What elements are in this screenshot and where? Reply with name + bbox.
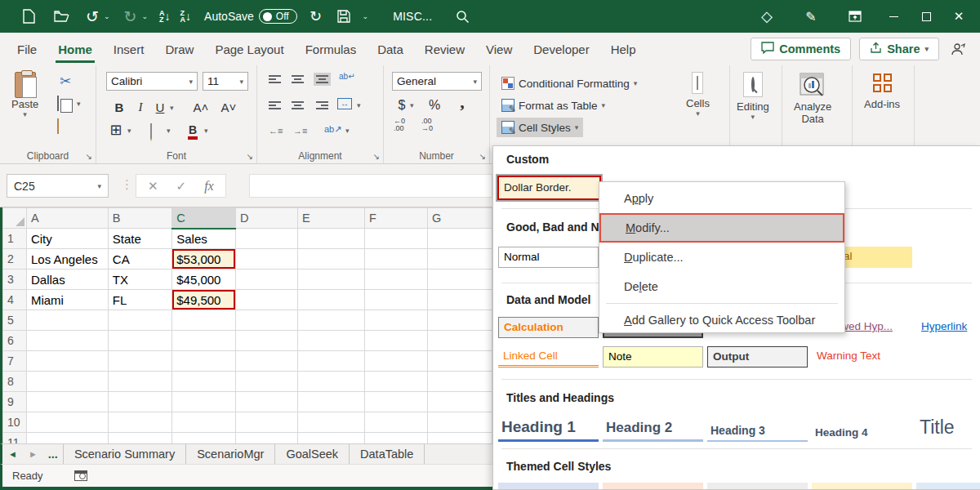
- font-dialog-launcher-icon[interactable]: ↘: [247, 152, 253, 161]
- merge-center-icon[interactable]: ↔: [337, 98, 352, 109]
- decrease-decimal-icon[interactable]: .00→0: [421, 118, 433, 132]
- shrink-font-button[interactable]: A˅: [220, 98, 237, 116]
- maximize-button[interactable]: [910, 0, 942, 33]
- style-linked-cell[interactable]: Linked Cell: [498, 346, 599, 368]
- worksheet-grid[interactable]: A B C D E F G 1 City State Sales 2 Los A…: [0, 207, 492, 443]
- style-calculation[interactable]: Calculation: [498, 317, 599, 338]
- style-warning-text[interactable]: Warning Text: [812, 346, 912, 368]
- style-heading-3[interactable]: Heading 3: [707, 424, 808, 442]
- number-dialog-launcher-icon[interactable]: ↘: [479, 152, 486, 161]
- decrease-indent-icon[interactable]: ←≡: [269, 126, 282, 136]
- column-header-a[interactable]: A: [26, 208, 108, 229]
- new-file-icon[interactable]: [18, 5, 39, 28]
- sheet-tab-scenariomgr[interactable]: ScenarioMgr: [185, 444, 274, 465]
- style-heading-4[interactable]: Heading 4: [812, 426, 912, 442]
- sheet-next-icon[interactable]: ►: [29, 449, 38, 459]
- comments-button[interactable]: Comments: [751, 38, 851, 60]
- row-header[interactable]: 2: [3, 249, 27, 270]
- row-header[interactable]: 9: [3, 392, 27, 412]
- borders-button[interactable]: ⊞: [108, 121, 124, 139]
- style-note[interactable]: Note: [603, 346, 703, 368]
- select-all-corner[interactable]: [3, 208, 27, 229]
- macro-record-icon[interactable]: [74, 470, 87, 481]
- cells-button[interactable]: Cells ▾: [686, 72, 710, 118]
- formula-bar-grip-icon[interactable]: ⋮: [121, 177, 133, 192]
- orientation-icon[interactable]: ab↗: [324, 124, 341, 135]
- row-header[interactable]: 5: [3, 310, 27, 331]
- open-folder-icon[interactable]: [51, 5, 72, 28]
- menu-item-add-gallery-to-qat[interactable]: Add Gallery to Quick Access Toolbar: [599, 305, 844, 335]
- menu-item-delete[interactable]: Delete: [599, 272, 844, 301]
- row-header[interactable]: 3: [3, 270, 27, 290]
- column-header-g[interactable]: G: [427, 208, 492, 229]
- cell-b4[interactable]: FL: [108, 290, 172, 310]
- cell-c4[interactable]: $49,500: [172, 290, 236, 310]
- cell-a3[interactable]: Dallas: [26, 270, 108, 290]
- cell-a4[interactable]: Miami: [26, 290, 108, 310]
- cell-c1[interactable]: Sales: [172, 229, 236, 249]
- underline-button[interactable]: U: [152, 98, 168, 116]
- feedback-pen-icon[interactable]: ✎: [800, 5, 822, 28]
- style-heading-2[interactable]: Heading 2: [603, 420, 703, 442]
- format-painter-icon[interactable]: [57, 119, 59, 134]
- cell-styles-button[interactable]: Cell Styles▾: [497, 118, 583, 137]
- format-as-table-button[interactable]: Format as Table▾: [497, 96, 610, 115]
- cell-a1[interactable]: City: [26, 229, 108, 249]
- tab-help[interactable]: Help: [600, 33, 647, 65]
- alignment-dialog-launcher-icon[interactable]: ↘: [373, 152, 380, 161]
- cell-c3[interactable]: $45,000: [172, 270, 236, 290]
- sort-az-icon[interactable]: AZ↓: [159, 10, 171, 23]
- style-hyperlink[interactable]: Hyperlink: [916, 317, 980, 338]
- undo-dropdown-icon[interactable]: ⌄: [104, 12, 110, 20]
- sheet-tab-goalseek[interactable]: GoalSeek: [274, 444, 349, 465]
- editing-button[interactable]: Editing ▾: [737, 72, 769, 121]
- align-top-icon[interactable]: [269, 75, 281, 83]
- tab-formulas[interactable]: Formulas: [295, 33, 368, 65]
- minimize-button[interactable]: [877, 0, 910, 33]
- name-box[interactable]: C25▾: [7, 174, 109, 198]
- share-button[interactable]: Share▾: [859, 38, 939, 60]
- tab-view[interactable]: View: [475, 33, 523, 65]
- align-center-icon[interactable]: [292, 101, 304, 109]
- style-accent5-20[interactable]: [916, 483, 980, 490]
- column-header-b[interactable]: B: [108, 208, 172, 229]
- clipboard-dialog-launcher-icon[interactable]: ↘: [86, 152, 92, 161]
- align-bottom-icon[interactable]: [316, 75, 328, 83]
- increase-indent-icon[interactable]: →≡: [293, 126, 306, 136]
- font-size-select[interactable]: 11▾: [203, 72, 248, 91]
- formula-input[interactable]: [249, 174, 492, 198]
- tab-file[interactable]: File: [7, 33, 47, 65]
- wrap-text-icon[interactable]: ab↵: [339, 72, 355, 81]
- tab-review[interactable]: Review: [414, 33, 475, 65]
- search-icon[interactable]: [452, 5, 473, 28]
- row-header[interactable]: 4: [3, 290, 27, 310]
- style-output[interactable]: Output: [707, 346, 808, 368]
- style-normal[interactable]: Normal: [498, 247, 599, 268]
- increase-decimal-icon[interactable]: ←0.00: [394, 118, 405, 132]
- align-left-icon[interactable]: [269, 101, 281, 109]
- column-header-c[interactable]: C: [172, 208, 236, 229]
- row-header[interactable]: 6: [3, 331, 27, 351]
- align-right-icon[interactable]: [316, 101, 328, 109]
- row-header[interactable]: 10: [3, 412, 27, 433]
- tab-insert[interactable]: Insert: [103, 33, 155, 65]
- style-heading-1[interactable]: Heading 1: [498, 418, 599, 442]
- font-color-button[interactable]: B: [188, 122, 198, 137]
- sheet-overflow-icon[interactable]: ...: [48, 448, 58, 461]
- percent-format-button[interactable]: %: [426, 96, 443, 114]
- sort-za-icon[interactable]: ZA↓: [180, 10, 192, 23]
- cell-c2[interactable]: $53,000: [172, 249, 236, 270]
- style-title[interactable]: Title: [916, 416, 980, 442]
- row-header[interactable]: 11: [3, 433, 27, 444]
- row-header[interactable]: 1: [3, 229, 27, 249]
- conditional-formatting-button[interactable]: Conditional Formatting▾: [497, 74, 642, 93]
- cut-icon[interactable]: ✂: [57, 72, 74, 90]
- menu-item-duplicate[interactable]: Duplicate...: [599, 243, 844, 272]
- analyze-data-button[interactable]: AnalyzeData: [794, 72, 831, 125]
- style-dollar-border[interactable]: Dollar Border.: [497, 176, 601, 200]
- underline-dropdown-icon[interactable]: ▾: [170, 104, 174, 112]
- style-accent2-20[interactable]: [603, 483, 703, 490]
- row-header[interactable]: 8: [3, 372, 27, 392]
- cell-b2[interactable]: CA: [108, 249, 172, 270]
- tab-page-layout[interactable]: Page Layout: [204, 33, 294, 65]
